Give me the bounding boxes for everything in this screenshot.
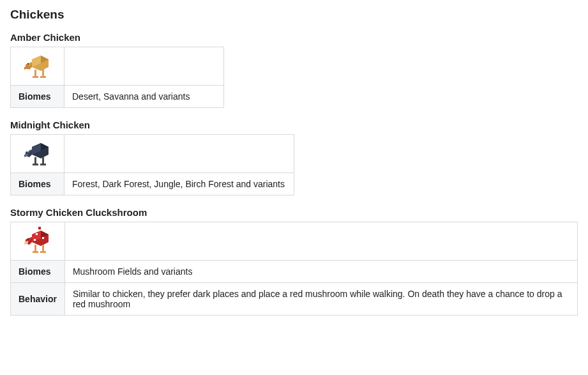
row-value-behavior: Similar to chicken, they prefer dark pla… (64, 283, 577, 316)
entry-image-cell (11, 47, 64, 86)
entry-table: Biomes Mushroom Fields and variants Beha… (10, 222, 578, 316)
entry-table: Biomes Desert, Savanna and variants (10, 47, 224, 108)
entry-image-cell (11, 135, 64, 173)
svg-rect-34 (40, 251, 46, 253)
entry-title: Stormy Chicken Cluckshroom (10, 207, 578, 218)
svg-rect-18 (42, 157, 44, 164)
table-row: Biomes Desert, Savanna and variants (11, 86, 224, 108)
svg-rect-36 (39, 229, 40, 231)
entry-cluckshroom: Stormy Chicken Cluckshroom (10, 207, 578, 316)
entry-title: Midnight Chicken (10, 119, 578, 130)
entry-amber-chicken: Amber Chicken (10, 32, 578, 108)
svg-rect-26 (42, 237, 44, 239)
svg-rect-17 (34, 157, 36, 164)
svg-rect-32 (42, 245, 44, 251)
svg-rect-21 (27, 151, 29, 152)
table-row: Biomes Forest, Dark Forest, Jungle, Birc… (11, 173, 294, 195)
entry-image-gap (64, 47, 224, 86)
svg-rect-9 (40, 76, 46, 78)
row-label-behavior: Behavior (11, 283, 65, 316)
svg-rect-33 (33, 251, 38, 253)
table-row (11, 47, 224, 86)
row-label-biomes: Biomes (11, 173, 64, 195)
table-row: Behavior Similar to chicken, they prefer… (11, 283, 578, 316)
svg-rect-27 (34, 239, 36, 241)
amber-chicken-icon (22, 50, 54, 82)
entry-image-gap (64, 222, 577, 261)
row-label-biomes: Biomes (11, 261, 65, 283)
svg-rect-6 (34, 70, 36, 76)
row-value-biomes: Forest, Dark Forest, Jungle, Birch Fores… (64, 173, 294, 195)
table-row: Biomes Mushroom Fields and variants (11, 261, 578, 283)
svg-rect-37 (27, 238, 29, 240)
section-heading: Chickens (10, 8, 578, 22)
entry-image-cell (11, 222, 65, 261)
svg-rect-8 (33, 76, 38, 78)
svg-rect-7 (42, 70, 44, 76)
svg-rect-19 (33, 164, 38, 165)
row-label-biomes: Biomes (11, 86, 64, 108)
row-value-biomes: Desert, Savanna and variants (64, 86, 224, 108)
svg-rect-10 (27, 63, 29, 65)
svg-rect-25 (36, 233, 38, 235)
midnight-chicken-icon (22, 138, 54, 170)
svg-rect-20 (40, 164, 46, 165)
row-value-biomes: Mushroom Fields and variants (64, 261, 577, 283)
table-row (11, 135, 294, 173)
entry-midnight-chicken: Midnight Chicken (10, 119, 578, 195)
entry-title: Amber Chicken (10, 32, 578, 43)
entry-image-gap (64, 135, 294, 173)
table-row (11, 222, 578, 261)
cluckshroom-icon (22, 226, 54, 257)
svg-rect-31 (34, 245, 36, 251)
entry-table: Biomes Forest, Dark Forest, Jungle, Birc… (10, 134, 294, 195)
svg-rect-35 (38, 227, 41, 229)
